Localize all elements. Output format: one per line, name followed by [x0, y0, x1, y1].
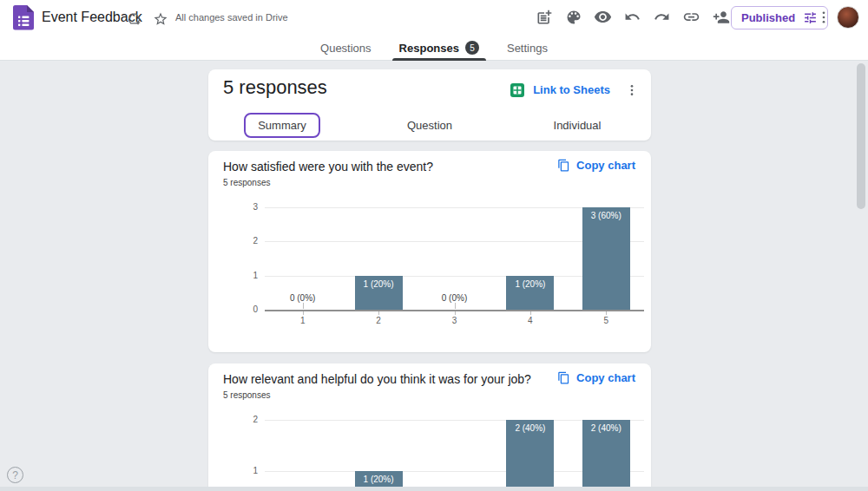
- question-mark-icon: ?: [12, 469, 18, 481]
- responses-view-tabs: Summary Question Individual: [208, 110, 651, 140]
- bar-chart-relevance: 121 (20%)2 (40%)2 (40%): [265, 408, 644, 491]
- palette-theme-icon[interactable]: [564, 8, 582, 26]
- google-forms-logo-icon[interactable]: [12, 4, 35, 34]
- document-add-icon[interactable]: [535, 8, 553, 26]
- bar-value-label: 2 (40%): [582, 420, 630, 433]
- link-to-sheets-link[interactable]: Link to Sheets: [533, 83, 610, 96]
- undo-icon[interactable]: [623, 8, 641, 26]
- bar-value-label: 1 (20%): [355, 471, 403, 484]
- x-tick-label: 4: [520, 316, 541, 325]
- tab-questions[interactable]: Questions: [318, 35, 374, 61]
- tab-summary[interactable]: Summary: [208, 113, 356, 138]
- responses-summary-card: 5 responses Link to Sheets Summary Quest…: [208, 69, 651, 141]
- chart-card-relevance: How relevant and helpful do you think it…: [208, 363, 651, 491]
- app-header: Event Feedback All changes saved in Driv…: [0, 0, 868, 61]
- x-tick-mark: [606, 311, 607, 315]
- y-tick-label: 0: [237, 304, 258, 314]
- chart-bar: 1 (20%): [355, 276, 403, 310]
- bar-value-label: 1 (20%): [355, 276, 403, 289]
- responses-more-options-icon[interactable]: [622, 81, 641, 99]
- form-nav-tabs: Questions Responses 5 Settings: [0, 35, 868, 61]
- chart-response-count: 5 responses: [223, 390, 270, 400]
- x-tick-label: 5: [595, 316, 616, 325]
- chart-question-title: How relevant and helpful do you think it…: [223, 372, 531, 386]
- x-tick-label: 2: [368, 316, 389, 325]
- x-axis-line: [265, 310, 644, 311]
- tab-settings[interactable]: Settings: [504, 35, 550, 61]
- x-tick-mark: [378, 311, 379, 315]
- preview-eye-icon[interactable]: [594, 8, 612, 26]
- viewport-bottom-edge: [0, 487, 868, 491]
- bar-value-label: 1 (20%): [506, 276, 554, 289]
- google-forms-responses-page: Event Feedback All changes saved in Driv…: [0, 0, 868, 491]
- save-status: All changes saved in Drive: [175, 12, 288, 23]
- chart-bar: 3 (60%): [582, 207, 630, 310]
- responses-count-badge: 5: [465, 41, 479, 55]
- tab-individual[interactable]: Individual: [503, 119, 651, 132]
- google-sheets-icon: [510, 82, 525, 98]
- active-tab-underline: [392, 58, 486, 61]
- header-toolbar: [535, 8, 730, 26]
- zero-value-label: 0 (0%): [277, 293, 329, 303]
- chart-question-title: How satisfied were you with the event?: [223, 160, 433, 173]
- published-label: Published: [741, 11, 795, 24]
- copy-icon: [557, 159, 570, 172]
- user-avatar[interactable]: [837, 6, 859, 29]
- x-tick-mark: [303, 311, 304, 315]
- add-collaborators-icon[interactable]: [712, 8, 730, 26]
- zero-tick: [455, 303, 456, 309]
- copy-link-icon[interactable]: [682, 8, 700, 26]
- y-tick-label: 3: [237, 202, 258, 212]
- zero-value-label: 0 (0%): [429, 293, 481, 303]
- x-tick-mark: [530, 311, 531, 315]
- bar-value-label: 2 (40%): [506, 420, 554, 433]
- y-tick-label: 2: [237, 236, 258, 245]
- chart-card-satisfaction: How satisfied were you with the event? 5…: [208, 151, 651, 352]
- add-shortcut-to-drive-icon[interactable]: [125, 10, 143, 28]
- vertical-scrollbar[interactable]: [857, 63, 865, 209]
- copy-chart-button[interactable]: Copy chart: [557, 371, 635, 384]
- x-tick-label: 3: [444, 316, 465, 325]
- bar-value-label: 3 (60%): [582, 207, 630, 220]
- chart-bar: 2 (40%): [582, 420, 630, 491]
- y-tick-label: 2: [237, 415, 258, 424]
- more-options-icon[interactable]: [814, 8, 832, 26]
- tab-responses[interactable]: Responses 5: [397, 35, 482, 61]
- star-icon[interactable]: [151, 10, 169, 28]
- copy-chart-button[interactable]: Copy chart: [557, 159, 635, 172]
- responses-count-heading: 5 responses: [223, 76, 327, 99]
- chart-response-count: 5 responses: [223, 178, 270, 187]
- tab-question[interactable]: Question: [356, 119, 503, 132]
- y-tick-label: 1: [237, 271, 258, 280]
- x-tick-label: 1: [293, 316, 313, 325]
- help-button[interactable]: ?: [7, 467, 23, 483]
- redo-icon[interactable]: [653, 8, 671, 26]
- copy-icon: [557, 371, 570, 384]
- chart-bar: 2 (40%): [506, 420, 554, 491]
- y-tick-label: 1: [237, 466, 258, 475]
- x-tick-mark: [455, 311, 456, 315]
- chart-bar: 1 (20%): [506, 276, 554, 310]
- bar-chart-satisfaction: 01230 (0%)11 (20%)20 (0%)31 (20%)43 (60%…: [265, 207, 644, 311]
- zero-tick: [303, 303, 304, 309]
